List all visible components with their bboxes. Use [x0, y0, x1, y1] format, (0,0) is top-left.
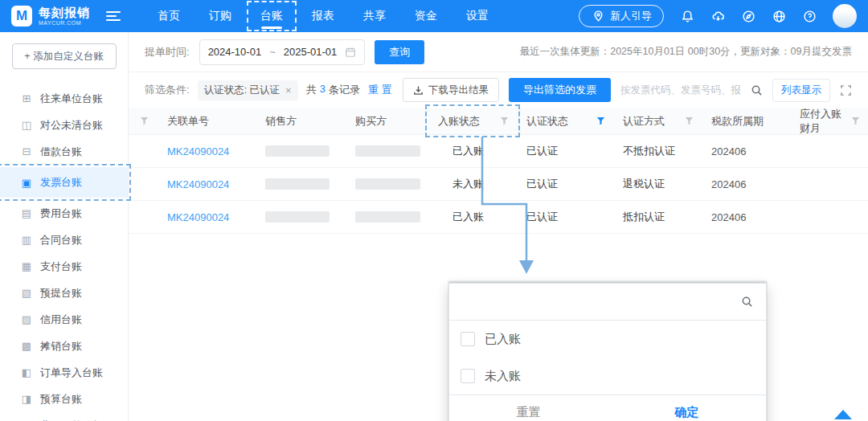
sidebar-item-label: 费用调整分析	[40, 419, 103, 421]
topnav-item-settings[interactable]: 设置	[452, 0, 503, 32]
globe-icon[interactable]	[772, 9, 786, 23]
tax-period-cell: 202406	[702, 178, 790, 190]
order-link[interactable]: MK24090024	[167, 145, 229, 157]
payable-month-filter-icon[interactable]	[851, 116, 860, 125]
date-end[interactable]: 2025-01-01	[284, 46, 338, 58]
ledger-menu: ⊞往来单位台账 ◫对公未清台账 ⊟借款台账 ▣发票台账 ▤费用台账 ▥合同台账 …	[0, 85, 128, 421]
accrual-ledger-icon: ▧	[21, 287, 32, 299]
table-row[interactable]: MK24090024 已入账 已认证 不抵扣认证 202406	[129, 135, 868, 168]
dropdown-confirm-button[interactable]: 确定	[608, 395, 766, 421]
app-window: M 每刻报销 MAYCUR.COM 首页 订购 台账 报表 共享 资金 设置 新…	[0, 0, 868, 421]
cloud-download-icon[interactable]	[710, 9, 725, 23]
dropdown-search-row	[449, 284, 766, 321]
add-custom-ledger-button[interactable]: + 添加自定义台账	[12, 43, 117, 69]
header-label: 认证状态	[526, 114, 568, 129]
brand-logo-icon[interactable]: M	[11, 6, 32, 27]
sidebar-item-loan-ledger[interactable]: ⊟借款台账	[0, 138, 128, 165]
order-link[interactable]: MK24090024	[167, 211, 229, 223]
expense-ledger-icon: ▤	[21, 207, 32, 219]
sidebar-item-label: 费用台账	[40, 206, 82, 221]
menu-toggle-icon[interactable]	[106, 11, 121, 21]
sidebar-item-contract-ledger[interactable]: ▥合同台账	[0, 227, 128, 253]
newbie-guide-button[interactable]: 新人引导	[579, 5, 664, 27]
query-button[interactable]: 查询	[375, 40, 424, 64]
header-label: 销售方	[265, 114, 297, 129]
checkbox-entered[interactable]	[461, 332, 475, 346]
help-icon[interactable]	[802, 9, 817, 23]
sidebar-item-corporate-unsettled-ledger[interactable]: ◫对公未清台账	[0, 112, 128, 138]
topnav-item-funds[interactable]: 资金	[400, 0, 452, 32]
dropdown-search-icon[interactable]	[741, 296, 753, 308]
topnav-item-share[interactable]: 共享	[349, 0, 400, 32]
cert-status-filter-icon[interactable]	[596, 116, 605, 125]
header-label: 购买方	[355, 114, 387, 129]
remove-filter-icon[interactable]: ×	[285, 85, 292, 96]
date-start[interactable]: 2024-10-01	[208, 46, 262, 58]
topnav-item-ledger[interactable]: 台账	[246, 0, 297, 32]
topbar-right: 新人引导	[579, 4, 857, 28]
entry-status-filter-icon[interactable]	[500, 116, 509, 125]
header-seller: 销售方	[256, 108, 346, 134]
table-row[interactable]: MK24090024 已入账 已认证 抵扣认证 202406	[129, 201, 868, 234]
header-cert-status: 认证状态	[517, 108, 613, 134]
header-order-no: 关联单号	[158, 108, 256, 134]
topnav-item-home[interactable]: 首页	[143, 0, 194, 32]
contract-ledger-icon: ▥	[21, 234, 32, 246]
calendar-icon[interactable]	[345, 47, 356, 58]
search-icon[interactable]	[751, 84, 763, 96]
date-range-picker[interactable]: 2024-10-01 ~ 2025-01-01	[199, 39, 366, 65]
sidebar-item-expense-adjust-analysis[interactable]: ◪费用调整分析	[0, 412, 128, 421]
header-cert-method: 认证方式	[613, 108, 702, 134]
sidebar-item-label: 支付台账	[40, 260, 82, 274]
cert-method-cell: 抵扣认证	[613, 210, 702, 224]
download-export-button[interactable]: 下载导出结果	[403, 78, 499, 102]
filter-funnel-icon[interactable]	[140, 116, 149, 125]
redacted-seller	[265, 211, 330, 223]
sidebar-item-expense-ledger[interactable]: ▤费用台账	[0, 200, 128, 227]
sidebar-item-payment-ledger[interactable]: ▦支付台账	[0, 253, 128, 280]
amortization-ledger-icon: ▩	[21, 340, 32, 352]
bell-icon[interactable]	[680, 9, 694, 23]
topnav-item-order[interactable]: 订购	[194, 0, 246, 32]
order-link[interactable]: MK24090024	[167, 178, 229, 190]
sidebar-item-budget-ledger[interactable]: ◨预算台账	[0, 386, 128, 412]
filter-bar: 筛选条件: 认证状态: 已认证 × 共 3 条记录 重 置 下载导出结果 导出筛…	[129, 72, 868, 108]
sidebar: + 添加自定义台账 ⊞往来单位台账 ◫对公未清台账 ⊟借款台账 ▣发票台账 ▤费…	[0, 32, 129, 421]
sidebar-item-order-import-ledger[interactable]: ◧订单导入台账	[0, 359, 128, 386]
dropdown-footer: 重置 确定	[449, 394, 766, 421]
header-label: 应付入账财月	[800, 107, 851, 136]
topnav-menu: 首页 订购 台账 报表 共享 资金 设置	[143, 0, 503, 32]
sidebar-item-accrual-ledger[interactable]: ▧预提台账	[0, 280, 128, 306]
dropdown-option-entered[interactable]: 已入账	[449, 321, 766, 358]
dropdown-option-not-entered[interactable]: 未入账	[449, 358, 766, 394]
dropdown-search-input[interactable]	[462, 296, 741, 309]
cert-method-filter-icon[interactable]	[685, 116, 694, 125]
sidebar-item-invoice-ledger[interactable]: ▣发票台账	[0, 167, 128, 198]
sidebar-item-label: 预算台账	[40, 392, 82, 407]
export-filtered-invoices-button[interactable]: 导出筛选的发票	[509, 78, 611, 102]
invoice-ledger-icon: ▣	[21, 177, 32, 189]
fullscreen-icon[interactable]	[840, 84, 852, 96]
table-header: 关联单号 销售方 购买方 入账状态 认证状态 认证方式 税款所属期 应付入账财月	[129, 108, 868, 135]
checkbox-not-entered[interactable]	[461, 369, 475, 383]
user-avatar[interactable]	[833, 4, 857, 28]
topnav-item-report[interactable]: 报表	[297, 0, 349, 32]
sidebar-item-credit-ledger[interactable]: ▨信用台账	[0, 306, 128, 333]
entry-status-cell: 已入账	[428, 210, 517, 224]
compass-icon[interactable]	[741, 9, 755, 23]
reset-filters-button[interactable]: 重 置	[368, 83, 392, 97]
back-to-top-button[interactable]	[834, 410, 852, 419]
filter-conditions-label: 筛选条件:	[145, 83, 190, 97]
list-display-button[interactable]: 列表显示	[772, 79, 830, 102]
table-row[interactable]: MK24090024 未入账 已认证 退税认证 202406	[129, 168, 868, 201]
invoice-search-input[interactable]	[620, 84, 741, 96]
option-label: 已入账	[485, 332, 521, 347]
header-label: 认证方式	[623, 114, 665, 129]
topbar: M 每刻报销 MAYCUR.COM 首页 订购 台账 报表 共享 资金 设置 新…	[0, 0, 868, 32]
sidebar-item-amortization-ledger[interactable]: ▩摊销台账	[0, 333, 128, 359]
cert-status-cell: 已认证	[517, 144, 613, 158]
dropdown-reset-button[interactable]: 重置	[449, 395, 608, 421]
tax-period-cell: 202406	[702, 145, 790, 157]
redacted-buyer	[355, 145, 420, 157]
sidebar-item-counterparty-ledger[interactable]: ⊞往来单位台账	[0, 85, 128, 112]
